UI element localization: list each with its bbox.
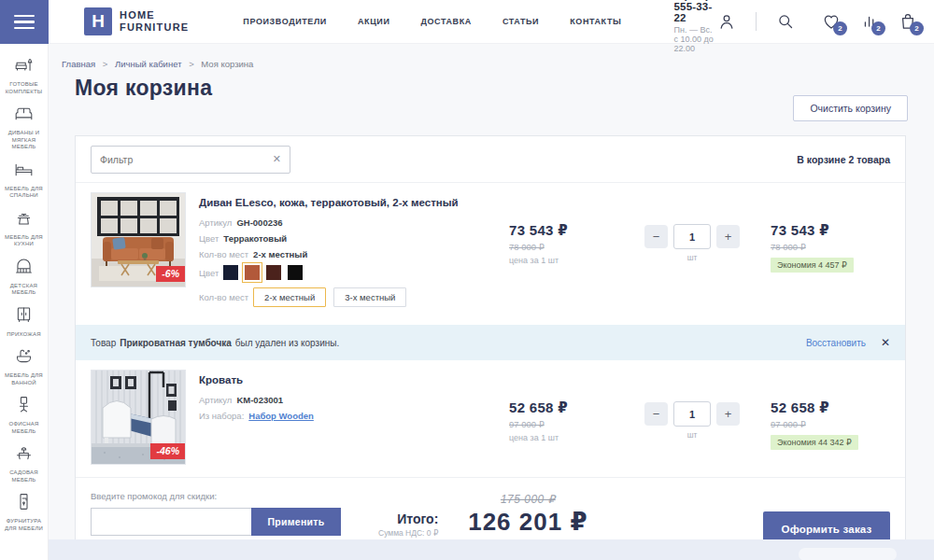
qty-minus-button[interactable]: − bbox=[644, 225, 668, 248]
logo-line1: HOME bbox=[120, 9, 189, 21]
product-image-sofa[interactable]: -6% bbox=[91, 192, 186, 287]
qty-unit-label: шт bbox=[687, 253, 698, 262]
color-swatch-navy[interactable] bbox=[223, 265, 238, 280]
product-color: Терракотовый bbox=[223, 233, 287, 244]
nav-contacts[interactable]: КОНТАКТЫ bbox=[570, 17, 621, 26]
color-swatch-brown[interactable] bbox=[266, 265, 281, 280]
unit-price: 52 658 ₽ bbox=[509, 399, 614, 416]
bath-icon bbox=[14, 346, 34, 370]
nav-promotions[interactable]: АКЦИИ bbox=[358, 17, 390, 26]
sidebar-item-label: МЕБЕЛЬ ДЛЯ ВАННОЙ bbox=[2, 372, 47, 386]
phone-number[interactable]: 8 (800) 555-33-22 bbox=[673, 0, 717, 23]
sidebar-item-label: ОФИСНАЯ МЕБЕЛЬ bbox=[2, 421, 47, 435]
nav-delivery[interactable]: ДОСТАВКА bbox=[420, 17, 471, 26]
sidebar-item-hallway[interactable]: ПРИХОЖАЯ bbox=[0, 305, 48, 339]
cart-item-bed: -46% Кровать Артикул KM-023001 Из набора… bbox=[76, 360, 905, 477]
breadcrumb-separator: > bbox=[103, 59, 108, 69]
sidebar-item-office[interactable]: ОФИСНАЯ МЕБЕЛЬ bbox=[0, 395, 48, 435]
product-details: Диван ELesco, кожа, терракотовый, 2-х ме… bbox=[199, 192, 509, 313]
search-button[interactable] bbox=[776, 12, 795, 31]
sidebar-item-sofas[interactable]: ДИВАНЫ И МЯГКАЯ МЕБЕЛЬ bbox=[0, 104, 48, 151]
qty-plus-button[interactable]: + bbox=[716, 225, 740, 248]
breadcrumb-separator: > bbox=[189, 59, 194, 69]
row-total: 52 658 ₽ bbox=[771, 399, 890, 416]
filter-box: ✕ bbox=[91, 146, 290, 174]
unit-price-column: 52 658 ₽ 97 000 ₽ цена за 1 шт bbox=[509, 370, 614, 465]
restore-link[interactable]: Восстановить bbox=[806, 338, 866, 348]
sidebar-item-hardware[interactable]: ФУРНИТУРА ДЛЯ МЕБЕЛИ bbox=[0, 492, 48, 532]
product-title[interactable]: Диван ELesco, кожа, терракотовый, 2-х ме… bbox=[199, 197, 509, 208]
color-swatch-black[interactable] bbox=[288, 265, 303, 280]
nav-manufacturers[interactable]: ПРОИЗВОДИТЕЛИ bbox=[243, 17, 327, 26]
favorites-button[interactable]: 2 bbox=[822, 12, 841, 31]
logo[interactable]: H HOME FURNITURE bbox=[84, 7, 189, 35]
sidebar-item-label: ФУРНИТУРА ДЛЯ МЕБЕЛИ bbox=[2, 518, 47, 532]
notice-close-icon[interactable]: ✕ bbox=[881, 336, 890, 349]
filter-clear-icon[interactable]: ✕ bbox=[273, 154, 281, 164]
row-total-old: 78 000 ₽ bbox=[771, 242, 890, 252]
sofa-icon bbox=[14, 104, 34, 127]
logo-icon: H bbox=[84, 7, 112, 35]
apply-promo-button[interactable]: Применить bbox=[251, 508, 341, 536]
sidebar-item-label: ПРИХОЖАЯ bbox=[7, 331, 40, 339]
filter-input[interactable] bbox=[100, 154, 273, 165]
savings-badge: Экономия 44 342 ₽ bbox=[771, 435, 858, 450]
qty-input[interactable]: 1 bbox=[673, 401, 711, 427]
grand-total: 126 201 ₽ bbox=[453, 508, 602, 537]
page-title: Моя корзина bbox=[75, 76, 212, 101]
sidebar-item-garden[interactable]: САДОВАЯ МЕБЕЛЬ bbox=[0, 443, 48, 483]
sidebar-item-bathroom[interactable]: МЕБЕЛЬ ДЛЯ ВАННОЙ bbox=[0, 346, 48, 386]
row-total: 73 543 ₽ bbox=[771, 222, 890, 239]
attr-label: Кол-во мест bbox=[199, 292, 248, 302]
office-chair-icon bbox=[14, 395, 34, 418]
nav-articles[interactable]: СТАТЬИ bbox=[502, 17, 539, 26]
product-sku: KM-023001 bbox=[236, 395, 283, 405]
compare-button[interactable]: 2 bbox=[860, 12, 879, 31]
per-unit-label: цена за 1 шт bbox=[509, 256, 614, 265]
top-nav: ПРОИЗВОДИТЕЛИ АКЦИИ ДОСТАВКА СТАТЬИ КОНТ… bbox=[243, 17, 621, 26]
sidebar-item-kids[interactable]: ДЕТСКАЯ МЕБЕЛЬ bbox=[0, 257, 48, 297]
sidebar-item-label: ДИВАНЫ И МЯГКАЯ МЕБЕЛЬ bbox=[2, 130, 47, 151]
attr-label: Цвет bbox=[199, 233, 219, 244]
unit-old-price: 78 000 ₽ bbox=[509, 242, 614, 252]
clear-cart-button[interactable]: Очистить корзину bbox=[793, 95, 908, 121]
breadcrumb-account[interactable]: Личный кабинет bbox=[115, 59, 181, 69]
savings-badge: Экономия 4 457 ₽ bbox=[771, 258, 854, 273]
row-total-column: 52 658 ₽ 97 000 ₽ Экономия 44 342 ₽ bbox=[771, 370, 890, 465]
crib-icon bbox=[14, 257, 34, 280]
category-list: ГОТОВЫЕ КОМПЛЕКТЫ ДИВАНЫ И МЯГКАЯ МЕБЕЛЬ… bbox=[0, 44, 48, 532]
qty-plus-button[interactable]: + bbox=[716, 402, 740, 426]
working-hours: Пн. — Вс. с 10.00 до 22.00 bbox=[673, 25, 717, 53]
qty-input[interactable]: 1 bbox=[673, 224, 711, 249]
sidebar-item-ready-sets[interactable]: ГОТОВЫЕ КОМПЛЕКТЫ bbox=[0, 55, 48, 95]
header-icons: 2 2 2 bbox=[717, 12, 917, 31]
seat-option-2[interactable]: 2-х местный bbox=[253, 287, 326, 307]
notice-suffix: был удален из корзины. bbox=[235, 338, 339, 348]
seat-option-3[interactable]: 3-х местный bbox=[333, 287, 406, 307]
promo-section: Введите промокод для скидки: Применить bbox=[91, 491, 354, 536]
kitchen-icon bbox=[14, 208, 34, 231]
footer-element bbox=[799, 548, 897, 560]
product-title[interactable]: Кровать bbox=[199, 374, 509, 385]
breadcrumb-home[interactable]: Главная bbox=[62, 59, 95, 69]
header: H HOME FURNITURE ПРОИЗВОДИТЕЛИ АКЦИИ ДОС… bbox=[49, 0, 934, 44]
wardrobe-icon bbox=[14, 305, 34, 329]
product-seats: 2-х местный bbox=[253, 249, 307, 259]
cart-item-sofa: -6% Диван ELesco, кожа, терракотовый, 2-… bbox=[76, 183, 905, 325]
menu-button[interactable] bbox=[0, 0, 49, 44]
qty-minus-button[interactable]: − bbox=[644, 402, 668, 426]
row-total-column: 73 543 ₽ 78 000 ₽ Экономия 4 457 ₽ bbox=[771, 192, 890, 313]
garden-bench-icon bbox=[14, 443, 34, 467]
sidebar-item-kitchen[interactable]: МЕБЕЛЬ ДЛЯ КУХНИ bbox=[0, 208, 48, 248]
sidebar-item-bedroom[interactable]: МЕБЕЛЬ ДЛЯ СПАЛЬНИ bbox=[0, 160, 48, 200]
door-handle-icon bbox=[14, 492, 34, 515]
promo-input[interactable] bbox=[91, 508, 251, 536]
product-set-link[interactable]: Набор Wooden bbox=[248, 411, 314, 421]
color-swatch-terracotta[interactable] bbox=[245, 265, 260, 280]
account-button[interactable] bbox=[717, 12, 736, 31]
qty-unit-label: шт bbox=[687, 430, 698, 440]
removed-product-name: Прикроватная тумбочка bbox=[120, 338, 232, 348]
cart-card: ✕ В корзине 2 товара bbox=[75, 135, 906, 560]
cart-button[interactable]: 2 bbox=[899, 12, 917, 31]
product-image-bed[interactable]: -46% bbox=[91, 370, 186, 465]
